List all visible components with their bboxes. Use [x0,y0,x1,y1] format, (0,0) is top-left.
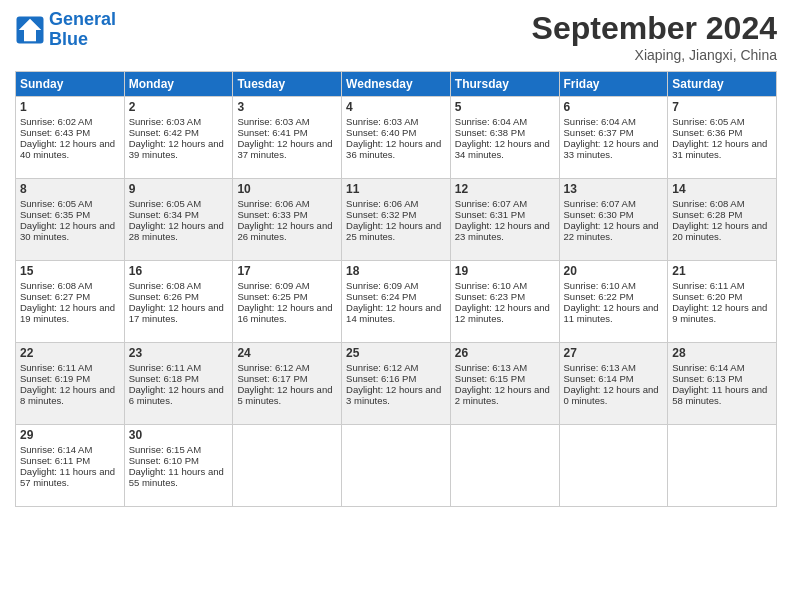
day-number: 9 [129,182,229,196]
title-area: September 2024 Xiaping, Jiangxi, China [532,10,777,63]
col-sunday: Sunday [16,72,125,97]
logo-line2: Blue [49,29,88,49]
sunset-label: Sunset: 6:38 PM [455,127,525,138]
sunrise-label: Sunrise: 6:02 AM [20,116,92,127]
sunset-label: Sunset: 6:28 PM [672,209,742,220]
table-row [342,425,451,507]
table-row: 28Sunrise: 6:14 AMSunset: 6:13 PMDayligh… [668,343,777,425]
sunrise-label: Sunrise: 6:10 AM [455,280,527,291]
col-wednesday: Wednesday [342,72,451,97]
day-number: 28 [672,346,772,360]
col-friday: Friday [559,72,668,97]
sunset-label: Sunset: 6:34 PM [129,209,199,220]
logo: General Blue [15,10,116,50]
sunset-label: Sunset: 6:37 PM [564,127,634,138]
daylight-label: Daylight: 12 hours and 8 minutes. [20,384,115,406]
sunrise-label: Sunrise: 6:11 AM [672,280,744,291]
table-row: 9Sunrise: 6:05 AMSunset: 6:34 PMDaylight… [124,179,233,261]
day-number: 13 [564,182,664,196]
daylight-label: Daylight: 12 hours and 26 minutes. [237,220,332,242]
daylight-label: Daylight: 12 hours and 28 minutes. [129,220,224,242]
sunrise-label: Sunrise: 6:07 AM [455,198,527,209]
day-number: 10 [237,182,337,196]
day-number: 17 [237,264,337,278]
sunset-label: Sunset: 6:15 PM [455,373,525,384]
calendar-row: 1Sunrise: 6:02 AMSunset: 6:43 PMDaylight… [16,97,777,179]
daylight-label: Daylight: 12 hours and 9 minutes. [672,302,767,324]
daylight-label: Daylight: 12 hours and 30 minutes. [20,220,115,242]
sunrise-label: Sunrise: 6:06 AM [346,198,418,209]
col-tuesday: Tuesday [233,72,342,97]
day-number: 24 [237,346,337,360]
table-row [233,425,342,507]
day-number: 2 [129,100,229,114]
day-number: 30 [129,428,229,442]
daylight-label: Daylight: 12 hours and 6 minutes. [129,384,224,406]
daylight-label: Daylight: 12 hours and 37 minutes. [237,138,332,160]
sunset-label: Sunset: 6:22 PM [564,291,634,302]
sunrise-label: Sunrise: 6:04 AM [564,116,636,127]
table-row: 8Sunrise: 6:05 AMSunset: 6:35 PMDaylight… [16,179,125,261]
day-number: 29 [20,428,120,442]
daylight-label: Daylight: 11 hours and 57 minutes. [20,466,115,488]
daylight-label: Daylight: 12 hours and 16 minutes. [237,302,332,324]
sunrise-label: Sunrise: 6:13 AM [564,362,636,373]
calendar-row: 29Sunrise: 6:14 AMSunset: 6:11 PMDayligh… [16,425,777,507]
table-row: 16Sunrise: 6:08 AMSunset: 6:26 PMDayligh… [124,261,233,343]
daylight-label: Daylight: 12 hours and 39 minutes. [129,138,224,160]
sunrise-label: Sunrise: 6:03 AM [237,116,309,127]
table-row: 14Sunrise: 6:08 AMSunset: 6:28 PMDayligh… [668,179,777,261]
sunrise-label: Sunrise: 6:09 AM [346,280,418,291]
table-row: 12Sunrise: 6:07 AMSunset: 6:31 PMDayligh… [450,179,559,261]
daylight-label: Daylight: 12 hours and 33 minutes. [564,138,659,160]
day-number: 4 [346,100,446,114]
sunset-label: Sunset: 6:26 PM [129,291,199,302]
sunrise-label: Sunrise: 6:09 AM [237,280,309,291]
daylight-label: Daylight: 12 hours and 34 minutes. [455,138,550,160]
daylight-label: Daylight: 11 hours and 58 minutes. [672,384,767,406]
sunrise-label: Sunrise: 6:08 AM [20,280,92,291]
day-number: 22 [20,346,120,360]
day-number: 25 [346,346,446,360]
sunset-label: Sunset: 6:41 PM [237,127,307,138]
daylight-label: Daylight: 12 hours and 19 minutes. [20,302,115,324]
table-row: 5Sunrise: 6:04 AMSunset: 6:38 PMDaylight… [450,97,559,179]
sunset-label: Sunset: 6:36 PM [672,127,742,138]
table-row: 13Sunrise: 6:07 AMSunset: 6:30 PMDayligh… [559,179,668,261]
daylight-label: Daylight: 12 hours and 20 minutes. [672,220,767,242]
table-row: 21Sunrise: 6:11 AMSunset: 6:20 PMDayligh… [668,261,777,343]
table-row: 25Sunrise: 6:12 AMSunset: 6:16 PMDayligh… [342,343,451,425]
sunset-label: Sunset: 6:13 PM [672,373,742,384]
table-row [450,425,559,507]
sunrise-label: Sunrise: 6:11 AM [129,362,201,373]
col-thursday: Thursday [450,72,559,97]
logo-line1: General [49,9,116,29]
sunrise-label: Sunrise: 6:08 AM [129,280,201,291]
header-row: Sunday Monday Tuesday Wednesday Thursday… [16,72,777,97]
col-monday: Monday [124,72,233,97]
sunrise-label: Sunrise: 6:05 AM [20,198,92,209]
day-number: 18 [346,264,446,278]
sunset-label: Sunset: 6:11 PM [20,455,90,466]
sunrise-label: Sunrise: 6:07 AM [564,198,636,209]
sunrise-label: Sunrise: 6:14 AM [672,362,744,373]
day-number: 11 [346,182,446,196]
day-number: 3 [237,100,337,114]
sunrise-label: Sunrise: 6:15 AM [129,444,201,455]
sunset-label: Sunset: 6:30 PM [564,209,634,220]
sunset-label: Sunset: 6:32 PM [346,209,416,220]
sunrise-label: Sunrise: 6:03 AM [346,116,418,127]
logo-text: General Blue [49,10,116,50]
day-number: 15 [20,264,120,278]
sunrise-label: Sunrise: 6:06 AM [237,198,309,209]
table-row: 10Sunrise: 6:06 AMSunset: 6:33 PMDayligh… [233,179,342,261]
table-row: 22Sunrise: 6:11 AMSunset: 6:19 PMDayligh… [16,343,125,425]
sunset-label: Sunset: 6:25 PM [237,291,307,302]
sunset-label: Sunset: 6:23 PM [455,291,525,302]
day-number: 16 [129,264,229,278]
daylight-label: Daylight: 12 hours and 12 minutes. [455,302,550,324]
table-row: 15Sunrise: 6:08 AMSunset: 6:27 PMDayligh… [16,261,125,343]
table-row: 23Sunrise: 6:11 AMSunset: 6:18 PMDayligh… [124,343,233,425]
table-row: 1Sunrise: 6:02 AMSunset: 6:43 PMDaylight… [16,97,125,179]
day-number: 6 [564,100,664,114]
